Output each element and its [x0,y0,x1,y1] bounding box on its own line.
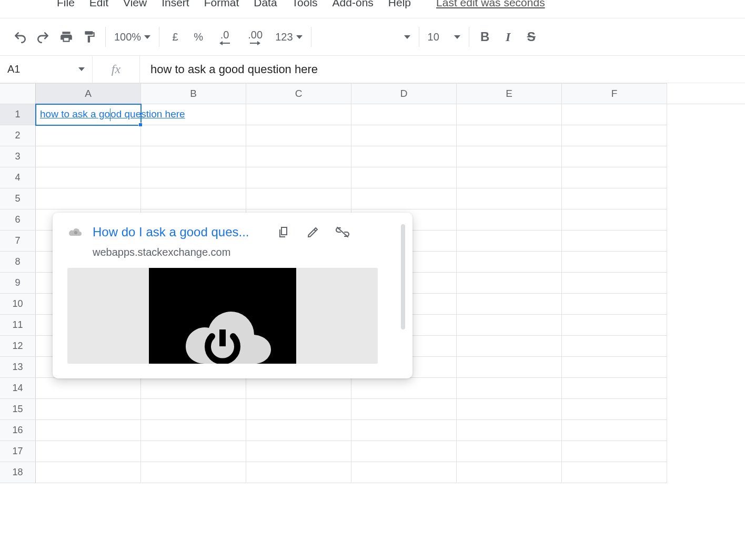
cell[interactable] [562,294,667,315]
cell[interactable] [141,146,246,167]
cell[interactable] [562,125,667,146]
menu-file[interactable]: File [57,0,75,9]
cell[interactable] [457,336,562,357]
cell[interactable] [457,315,562,336]
cell-active[interactable]: how to ask a good question here [36,104,141,125]
cell[interactable] [36,167,141,188]
cell[interactable] [562,420,667,441]
cell[interactable] [457,357,562,378]
cell[interactable] [351,188,457,209]
cell[interactable] [457,441,562,462]
cell[interactable] [457,125,562,146]
column-header[interactable]: E [457,83,562,104]
cell[interactable] [562,315,667,336]
row-header[interactable]: 12 [0,336,36,357]
cell[interactable] [36,441,141,462]
menu-insert[interactable]: Insert [162,0,189,9]
last-edit-status[interactable]: Last edit was seconds [436,0,545,9]
cell[interactable] [36,399,141,420]
cell[interactable] [562,441,667,462]
row-header[interactable]: 11 [0,315,36,336]
cell[interactable] [457,231,562,252]
column-header[interactable]: F [562,83,667,104]
menu-tools[interactable]: Tools [292,0,318,9]
paint-format-button[interactable] [79,26,100,47]
cell[interactable] [457,462,562,483]
cell[interactable] [141,188,246,209]
row-header[interactable]: 8 [0,252,36,273]
menu-edit[interactable]: Edit [89,0,108,9]
edit-link-button[interactable] [305,224,321,240]
cell[interactable] [246,104,351,125]
cell[interactable] [562,188,667,209]
row-header[interactable]: 2 [0,125,36,146]
cell[interactable] [562,104,667,125]
cell[interactable] [36,125,141,146]
print-button[interactable] [56,26,77,47]
menu-format[interactable]: Format [204,0,239,9]
cell[interactable] [457,188,562,209]
menu-addons[interactable]: Add-ons [333,0,374,9]
cell[interactable] [246,420,351,441]
format-percent-button[interactable]: % [188,26,209,47]
cell[interactable] [457,104,562,125]
cell[interactable] [351,167,457,188]
cell[interactable] [141,420,246,441]
cell[interactable] [351,104,457,125]
cell[interactable] [457,167,562,188]
row-header[interactable]: 17 [0,441,36,462]
cell[interactable] [246,146,351,167]
font-size-dropdown[interactable]: 10 [425,31,464,43]
row-header[interactable]: 13 [0,357,36,378]
row-header[interactable]: 18 [0,462,36,483]
undo-button[interactable] [9,26,31,47]
cell[interactable] [246,125,351,146]
cell[interactable] [562,167,667,188]
row-header[interactable]: 3 [0,146,36,167]
decrease-decimal-button[interactable]: .0 [211,26,238,47]
cell[interactable] [562,378,667,399]
cell[interactable] [562,399,667,420]
cell[interactable] [457,420,562,441]
cell[interactable] [246,441,351,462]
cell[interactable] [36,146,141,167]
column-header[interactable]: A [36,83,141,104]
menu-help[interactable]: Help [388,0,411,9]
cell[interactable] [562,209,667,231]
cell[interactable] [246,462,351,483]
cell[interactable] [562,357,667,378]
cell[interactable] [562,462,667,483]
spreadsheet-grid[interactable]: A B C D E F 123456789101112131415161718 … [0,83,745,483]
cell[interactable] [141,378,246,399]
column-header[interactable]: D [351,83,457,104]
cell[interactable] [246,399,351,420]
cell[interactable] [457,378,562,399]
row-header[interactable]: 15 [0,399,36,420]
cell[interactable] [457,399,562,420]
italic-button[interactable]: I [498,26,519,47]
row-header[interactable]: 9 [0,273,36,294]
cell[interactable] [457,273,562,294]
cell[interactable] [562,231,667,252]
cell[interactable] [562,252,667,273]
cell[interactable] [457,209,562,231]
cell[interactable] [246,167,351,188]
row-header[interactable]: 10 [0,294,36,315]
cell[interactable] [36,188,141,209]
row-header[interactable]: 16 [0,420,36,441]
row-header[interactable]: 7 [0,231,36,252]
fill-handle[interactable] [138,123,143,127]
column-header[interactable]: B [141,83,246,104]
row-header[interactable]: 6 [0,209,36,231]
strikethrough-button[interactable]: S [521,26,542,47]
copy-link-button[interactable] [276,224,291,240]
cell[interactable] [351,146,457,167]
formula-input[interactable]: how to ask a good question here [140,63,745,76]
row-header[interactable]: 14 [0,378,36,399]
cell[interactable] [351,125,457,146]
cell[interactable] [36,378,141,399]
cell[interactable] [351,420,457,441]
select-all-corner[interactable] [0,83,36,104]
cell[interactable] [141,125,246,146]
remove-link-button[interactable] [335,224,350,240]
